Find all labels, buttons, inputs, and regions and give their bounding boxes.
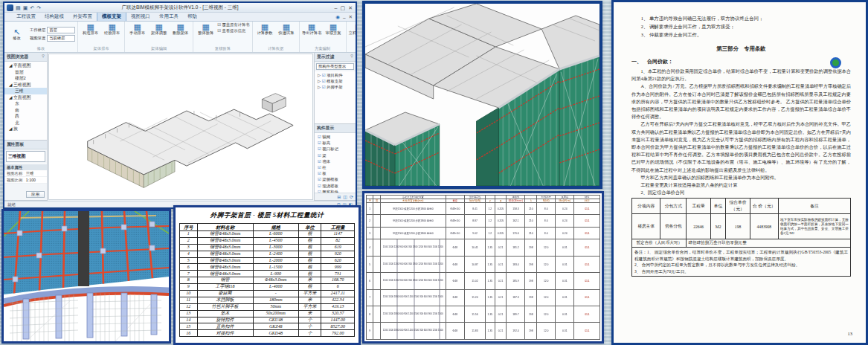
calc-cell: 纵距1500 横距1200 步距1800 悬挑0 <box>380 227 446 239</box>
tree-group-族[interactable]: ◢ 族 <box>4 126 47 132</box>
ribbon-option[interactable]: ☑ 查看提示信息 <box>217 28 249 33</box>
material-cell: 82 <box>321 237 355 244</box>
component-item-视口标记[interactable]: ☑ 视口标记 <box>315 146 356 152</box>
calc-cell: 0.31 <box>556 239 574 256</box>
tree-item-南[interactable]: 南 <box>4 107 47 114</box>
component-item-梁[interactable]: ☑ 梁 <box>315 152 356 158</box>
ribbon-button[interactable]: ▦架体调整 <box>149 22 169 36</box>
tree-group-立面视图[interactable]: ◢ 立面视图 <box>4 94 47 101</box>
calc-cell: 0.205 <box>495 227 507 239</box>
help-icon[interactable]: ◉ <box>335 14 340 20</box>
filter-item-模板支架[interactable]: ▷ ☑ 模板支架 <box>315 78 356 84</box>
tree-item-三维[interactable]: 三维 <box>4 88 47 94</box>
material-cell: GKZ48 <box>253 323 298 330</box>
prop-value[interactable]: 三维 <box>25 170 47 176</box>
calc-cell: 9.02 <box>464 227 485 239</box>
tree-group-平面视图[interactable]: ◢ 平面视图 <box>4 62 47 69</box>
ribbon-button[interactable]: ▦审核方案 <box>324 22 344 36</box>
pin-icon[interactable]: ⚲ <box>350 54 353 60</box>
calc-cell: 1.35 <box>486 273 495 289</box>
contract-clause: 3、 仲裁要求停止合同工作。 <box>641 30 851 39</box>
view-depth-select[interactable]: 当前楼层 <box>47 35 75 42</box>
tab-外架布置[interactable]: 外架布置 <box>68 12 97 21</box>
child-minimize-button[interactable]: – <box>343 15 346 20</box>
material-cell: 个 <box>298 323 321 330</box>
prop-value[interactable]: 1:100 <box>25 177 47 183</box>
ribbon: ↖ 修改 工作楼层 首层 视图深度 当前楼层 修改 <box>4 22 356 53</box>
ribbon-button[interactable]: ▦手动排布 <box>127 22 147 36</box>
filter-mode-select[interactable]: 按构件类型显示 <box>316 63 354 70</box>
doc-table: 分项内容分包方式工程量单位综合单价（元）合 价（元）备注楼房主体劳务分包2264… <box>631 198 851 277</box>
material-row: 9工字钢I18L-4000根6 <box>180 284 355 291</box>
ribbon-group-modify: ↖ 修改 工作楼层 首层 视图深度 当前楼层 修改 <box>4 22 78 52</box>
ribbon-group: ▦导出计算书▦审核方案方案编制 <box>300 22 347 52</box>
doc-note-line: 备注：1、 固定综合单价合同，结算时单价不变，工程量按实结算；工程量的计算规则执… <box>634 249 848 262</box>
ribbon-buttons: ▦构造排布▦经验排布 <box>80 22 122 45</box>
type-selector[interactable]: 三维视图 <box>6 151 45 162</box>
filter-item-项目构件[interactable]: ▷ ☑ 项目构件 <box>315 72 356 78</box>
tab-结构建模[interactable]: 结构建模 <box>40 12 68 21</box>
component-item-柱[interactable]: ☑ 柱 <box>315 164 356 170</box>
tree-item-东[interactable]: 东 <box>4 100 47 107</box>
building-model-graphic <box>49 54 312 199</box>
save-icon[interactable]: ▤ <box>16 4 21 11</box>
component-item-现浇楼板[interactable]: ☑ 现浇楼板 <box>315 183 356 189</box>
ribbon-button[interactable]: ▦构造排布 <box>80 22 100 36</box>
component-item-轴网[interactable]: ☑ 轴网 <box>315 134 356 140</box>
undo-icon[interactable]: ↶ <box>30 4 34 11</box>
material-cell: L-900 <box>253 271 298 277</box>
redo-icon[interactable]: ↷ <box>36 4 41 11</box>
material-cell: 8527.00 <box>321 323 355 330</box>
select-all-icon[interactable]: ⊞ <box>337 194 341 199</box>
calc-cell <box>373 203 380 215</box>
ribbon-button-label: 删除架体 <box>173 31 188 36</box>
ribbon-button[interactable]: ▦删除架体 <box>170 22 190 36</box>
ribbon-button[interactable]: ▦经验排布 <box>102 22 122 36</box>
modify-button[interactable]: ↖ 修改 <box>7 28 27 41</box>
tree-item-北[interactable]: 北 <box>4 120 47 126</box>
close-button[interactable]: ✕ <box>348 4 353 11</box>
ribbon-button[interactable]: ▦整体验算 <box>196 22 216 36</box>
calc-cell: 210 <box>525 227 537 239</box>
refresh-icon[interactable]: ⟳ <box>350 194 353 199</box>
tab-视图视口[interactable]: 视图视口 <box>126 12 155 21</box>
invert-icon[interactable]: ◫ <box>343 194 347 199</box>
material-cell: 平方米 <box>298 303 321 310</box>
material-table-title: 外脚手架首层 - 楼层 5材料工程量统计 <box>179 211 355 220</box>
material-cell: 钢管Φ48x3.0mm <box>197 244 253 251</box>
material-cell: L-4500 <box>253 237 298 244</box>
ribbon-button[interactable]: ▦计算参数 <box>255 22 275 36</box>
component-item-板[interactable]: ☑ 板 <box>315 170 356 176</box>
tab-工程设置[interactable]: 工程设置 <box>12 12 40 21</box>
tab-帮助[interactable]: 帮助 <box>183 12 202 21</box>
ribbon-button[interactable]: ▦快速试算 <box>277 22 297 36</box>
apply-button[interactable]: 应用 <box>26 191 45 198</box>
calc-cell: 1.2 <box>486 215 495 227</box>
tree-item-楼层2[interactable]: 楼层2 <box>4 75 47 82</box>
component-item-标高[interactable]: ☑ 标高 <box>315 140 356 146</box>
tree-item-首层[interactable]: 首层 <box>4 69 47 76</box>
material-cell: 根 <box>298 251 321 257</box>
calc-row: 51500 1500 1200 900 600 300 1800 1200 90… <box>367 256 600 272</box>
material-cell: L-6000 <box>253 231 298 238</box>
material-cell: 1 <box>180 231 198 238</box>
minimize-button[interactable]: – <box>335 4 338 11</box>
open-icon[interactable]: ▣ <box>23 4 28 11</box>
pin-icon[interactable]: ⚲ <box>42 54 45 60</box>
tree-group-三维视图[interactable]: ◢ 三维视图 <box>4 82 47 88</box>
contract-paragraph: 2、固定综合单价合同 <box>631 189 851 196</box>
ribbon-button[interactable]: ▦立杆平面图 <box>349 22 356 36</box>
ribbon-buttons: ▦整体验算☑ 覆盖原有计算书☑ 查看提示信息 <box>196 22 249 45</box>
component-item-墙体[interactable]: ☑ 墙体 <box>315 158 356 164</box>
tab-常用工具[interactable]: 常用工具 <box>155 12 183 21</box>
child-close-button[interactable]: ✕ <box>349 14 353 20</box>
model-3d-viewport[interactable] <box>48 54 313 200</box>
tree-item-西[interactable]: 西 <box>4 113 47 120</box>
maximize-button[interactable]: ▢ <box>341 4 346 11</box>
component-item-梁侧模板[interactable]: ☑ 梁侧模板 <box>315 176 356 182</box>
work-floor-select[interactable]: 首层 <box>47 27 75 33</box>
ribbon-button[interactable]: ▦导出计算书 <box>302 22 322 36</box>
calc-cell: 纵距1500 横距1200 步距1800 悬挑0 <box>380 203 446 215</box>
filter-item-外脚手架[interactable]: ▷ ☑ 外脚手架 <box>315 84 356 90</box>
ribbon-option[interactable]: ☑ 覆盖原有计算书 <box>217 22 249 28</box>
